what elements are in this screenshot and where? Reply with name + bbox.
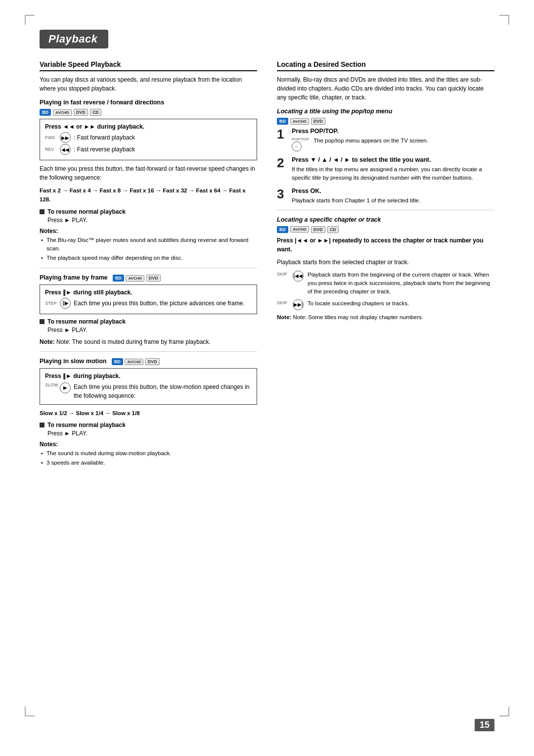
rev-item: REV ◀◀ : Fast reverse playback xyxy=(45,144,252,155)
subsection-fwd-rev-title: Playing in fast reverse / forward direct… xyxy=(40,99,257,106)
step-2-row: 2 Press ▼ / ▲ / ◄ / ► to select the titl… xyxy=(277,156,494,183)
slow-badge-bd: BD xyxy=(112,358,123,365)
frame-resume-title: To resume normal playback xyxy=(40,318,257,325)
bullet-icon xyxy=(40,319,44,324)
step-3-action: Press OK. xyxy=(292,188,494,194)
frame-badge-dvd: DVD xyxy=(146,275,161,282)
page-title: Playback xyxy=(40,30,108,48)
frame-badge-avchd: AVCHD xyxy=(126,275,144,282)
bullet-icon xyxy=(40,423,44,427)
chapter-body: Playback starts from the selected chapte… xyxy=(277,258,494,267)
slow-desc: Each time you press this button, the slo… xyxy=(74,382,252,400)
step-3-body: Playback starts from Chapter 1 of the se… xyxy=(292,196,494,205)
step-2-content: Press ▼ / ▲ / ◄ / ► to select the title … xyxy=(292,156,494,183)
right-column: Locating a Desired Section Normally, Blu… xyxy=(277,60,494,320)
skip-fwd-icon: ▶▶| xyxy=(293,299,304,310)
step-3-row: 3 Press OK. Playback starts from Chapter… xyxy=(277,188,494,205)
chapter-badges: BD AVCHD DVD CD xyxy=(277,226,494,233)
rev-text: : Fast reverse playback xyxy=(74,146,135,153)
chapter-note: Note: Note: Some titles may not display … xyxy=(277,314,494,320)
slow-resume: To resume normal playback Press ► PLAY. xyxy=(40,422,257,437)
badge-avchd: AVCHD xyxy=(53,109,72,116)
left-section-intro: You can play discs at various speeds, an… xyxy=(40,75,257,93)
frame-badge-bd: BD xyxy=(113,275,124,282)
slow-notes-title: Notes: xyxy=(40,441,257,448)
instr-box-fwd-rev: Press ◄◄ or ►► during playback. FWD ▶▶ :… xyxy=(40,119,257,160)
slow-sequence: Slow x 1/2 → Slow x 1/4 → Slow x 1/8 xyxy=(40,409,257,418)
badges-fwd-rev: BD AVCHD DVD CD xyxy=(40,109,257,116)
fwd-button-icon: ▶▶ xyxy=(60,132,71,143)
chapter-instr-bold: Press |◄◄ or ►►| repeatedly to access th… xyxy=(277,236,494,254)
frame-note: Note: Note: The sound is muted during fr… xyxy=(40,337,257,346)
fwd-item: FWD ▶▶ : Fast forward playback xyxy=(45,132,252,143)
chapter-badge-cd: CD xyxy=(327,226,339,233)
slow-instr-box: Press ‖► during playback. SLOW ▶ Each ti… xyxy=(40,368,257,405)
divider-2 xyxy=(40,351,257,352)
rev-label: REV xyxy=(45,147,57,152)
frame-step-text: Each time you press this button, the pic… xyxy=(74,300,245,307)
step-3-content: Press OK. Playback starts from Chapter 1… xyxy=(292,188,494,205)
step-2-number: 2 xyxy=(277,156,287,169)
frame-step-icon: ‖▶ xyxy=(60,298,71,309)
skip-text-2: To locate succeeding chapters or tracks. xyxy=(308,299,494,308)
slow-label: SLOW xyxy=(45,382,57,387)
slow-resume-text: Press ► PLAY. xyxy=(47,430,257,437)
slow-instr-title: Press ‖► during playback. xyxy=(45,373,252,379)
pop-top-icon: ○ xyxy=(292,142,302,151)
step-3-number: 3 xyxy=(277,188,287,200)
subsection-frame-title: Playing frame by frame BD AVCHD DVD xyxy=(40,274,257,282)
frame-resume: To resume normal playback Press ► PLAY. xyxy=(40,318,257,333)
divider-1 xyxy=(40,268,257,268)
step-2-action: Press ▼ / ▲ / ◄ / ► to select the title … xyxy=(292,156,494,163)
page-header: Playback xyxy=(40,30,494,51)
bullet-icon xyxy=(40,209,44,214)
frame-step-label: STEP xyxy=(45,301,57,306)
frame-resume-text: Press ► PLAY. xyxy=(47,327,257,333)
rev-button-icon: ◀◀ xyxy=(60,144,71,155)
left-section-title: Variable Speed Playback xyxy=(40,60,257,71)
note-item: The playback speed may differ depending … xyxy=(40,254,257,262)
step-1-desc: POP/TOP ○ The pop/top menu appears on th… xyxy=(292,137,494,151)
slow-badge-dvd: DVD xyxy=(145,358,160,365)
fwd-text: : Fast forward playback xyxy=(74,134,135,141)
pop-badge-dvd: DVD xyxy=(311,118,325,125)
left-column: Variable Speed Playback You can play dis… xyxy=(40,60,257,468)
pop-badge-bd: BD xyxy=(277,118,288,125)
slow-icon: ▶ xyxy=(60,382,71,393)
note-item: The Blu-ray Disc™ player mutes sound and… xyxy=(40,236,257,253)
subsection-pop-title: Locating a title using the pop/top menu xyxy=(277,108,494,115)
step-2-body: If the titles in the top menu are assign… xyxy=(292,165,494,183)
content-columns: Variable Speed Playback You can play dis… xyxy=(40,60,494,468)
note-item: The sound is muted during slow-motion pl… xyxy=(40,449,257,458)
step-1-number: 1 xyxy=(277,128,287,141)
slow-notes-list: The sound is muted during slow-motion pl… xyxy=(40,449,257,468)
page-number: 15 xyxy=(475,719,494,731)
step-1-content: Press POP/TOP. POP/TOP ○ The pop/top men… xyxy=(292,128,494,151)
right-section-intro: Normally, Blu-ray discs and DVDs are div… xyxy=(277,75,494,102)
step-1-action: Press POP/TOP. xyxy=(292,128,494,135)
chapter-badge-bd: BD xyxy=(277,226,288,233)
skip-label-2: SKIP xyxy=(277,299,289,305)
right-section-title: Locating a Desired Section xyxy=(277,60,494,71)
fwd-rev-resume: To resume normal playback Press ► PLAY. xyxy=(40,208,257,224)
slow-badge-avchd: AVCHD xyxy=(125,359,143,365)
badge-dvd: DVD xyxy=(74,109,88,116)
badge-cd: CD xyxy=(90,109,101,116)
pop-badges: BD AVCHD DVD xyxy=(277,118,494,125)
fwd-rev-resume-title: To resume normal playback xyxy=(40,208,257,215)
fwd-rev-notes-list: The Blu-ray Disc™ player mutes sound and… xyxy=(40,236,257,263)
note-item: 3 speeds are available. xyxy=(40,459,257,467)
press-fwd-rev-line: Press ◄◄ or ►► during playback. xyxy=(45,123,252,130)
skip-label-1: SKIP xyxy=(277,271,289,277)
skip-text-1: Playback starts from the beginning of th… xyxy=(308,271,494,296)
step-1-row: 1 Press POP/TOP. POP/TOP ○ The pop/top m… xyxy=(277,128,494,151)
slow-resume-title: To resume normal playback xyxy=(40,422,257,428)
right-divider xyxy=(277,210,494,210)
skip-back-icon: |◀◀ xyxy=(293,271,304,282)
pop-badge-avchd: AVCHD xyxy=(290,118,309,125)
badge-bd: BD xyxy=(40,109,51,116)
fwd-rev-resume-text: Press ► PLAY. xyxy=(47,217,257,224)
step-1-icon-label: POP/TOP ○ xyxy=(292,137,310,151)
chapter-badge-avchd: AVCHD xyxy=(290,226,309,233)
instr-box-frame: Press ‖► during still playback. STEP ‖▶ … xyxy=(40,284,257,314)
